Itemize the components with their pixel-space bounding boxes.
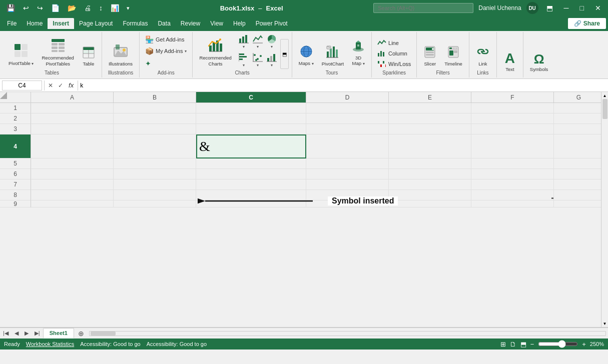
sparkline-winloss-button[interactable]: Win/Loss (375, 59, 413, 69)
cell-g4[interactable] (554, 134, 604, 158)
print-button[interactable]: 🖨 (82, 3, 94, 13)
cell-c7[interactable] (196, 180, 306, 190)
cell-f2[interactable] (471, 114, 554, 124)
cell-c4[interactable]: & (196, 134, 306, 158)
row-header-6[interactable]: 6 (0, 169, 31, 180)
save-button[interactable]: 💾 (4, 3, 18, 13)
slicer-button[interactable]: Slicer (420, 43, 440, 69)
close-button[interactable]: ✕ (592, 3, 604, 13)
cell-a1[interactable] (31, 103, 114, 114)
col-header-f[interactable]: F (471, 92, 554, 102)
tab-home[interactable]: Home (22, 18, 48, 29)
maps-button[interactable]: Maps ▾ (295, 42, 317, 69)
cell-e2[interactable] (389, 114, 471, 124)
cell-g1[interactable] (554, 103, 604, 114)
cell-f6[interactable] (471, 169, 554, 180)
row-header-2[interactable]: 2 (0, 114, 31, 124)
line-chart-button[interactable]: ▾ (251, 33, 264, 50)
cell-a5[interactable] (31, 158, 114, 169)
my-add-ins-button[interactable]: 📦 My Add-ins ▾ (143, 46, 189, 56)
cell-f8[interactable]: ✛ (471, 190, 554, 200)
cell-f4[interactable] (471, 134, 554, 158)
cell-g5[interactable] (554, 158, 604, 169)
cell-a8[interactable] (31, 190, 114, 200)
recommended-charts-button[interactable]: RecommendedCharts (196, 36, 235, 69)
tab-page-layout[interactable]: Page Layout (74, 18, 118, 29)
cell-e3[interactable] (389, 124, 471, 134)
waterfall-chart-button[interactable]: ▾ (265, 52, 278, 69)
cell-b3[interactable] (114, 124, 196, 134)
cell-d9[interactable] (306, 200, 389, 208)
sheet-tab-sheet1[interactable]: Sheet1 (43, 328, 74, 338)
col-header-d[interactable]: D (306, 92, 389, 102)
zoom-slider[interactable] (538, 340, 578, 348)
cell-a7[interactable] (31, 180, 114, 190)
cell-d2[interactable] (306, 114, 389, 124)
timeline-button[interactable]: Timeline (441, 43, 466, 69)
tab-insert[interactable]: Insert (48, 18, 74, 29)
h-scroll-track[interactable] (89, 331, 606, 336)
cell-a3[interactable] (31, 124, 114, 134)
cell-b6[interactable] (114, 169, 196, 180)
cell-b7[interactable] (114, 180, 196, 190)
cell-e1[interactable] (389, 103, 471, 114)
row-header-1[interactable]: 1 (0, 103, 31, 114)
col-header-b[interactable]: B (114, 92, 196, 102)
cell-c6[interactable] (196, 169, 306, 180)
cell-d7[interactable] (306, 180, 389, 190)
cell-d3[interactable] (306, 124, 389, 134)
cell-c5[interactable] (196, 158, 306, 169)
cell-c8[interactable] (196, 190, 306, 200)
normal-view-button[interactable]: ⊞ (500, 340, 506, 348)
illustrations-button[interactable]: Illustrations (105, 41, 136, 69)
sheet-nav-next-button[interactable]: ▶ (22, 330, 32, 336)
link-button[interactable]: Link (472, 43, 493, 69)
cell-e6[interactable] (389, 169, 471, 180)
col-header-a[interactable]: A (31, 92, 114, 102)
symbols-button[interactable]: Ω Symbols (526, 50, 551, 74)
cell-e4[interactable] (389, 134, 471, 158)
cell-e5[interactable] (389, 158, 471, 169)
bar-chart-button[interactable]: ▾ (237, 52, 250, 69)
page-layout-view-button[interactable]: 🗋 (510, 340, 516, 348)
search-input[interactable] (373, 3, 473, 13)
cell-name-box[interactable] (2, 80, 42, 90)
cell-a9[interactable] (31, 200, 114, 208)
table-button[interactable]: Table (79, 44, 99, 69)
cell-b2[interactable] (114, 114, 196, 124)
cell-e8[interactable] (389, 190, 471, 200)
cell-a2[interactable] (31, 114, 114, 124)
cell-c3[interactable] (196, 124, 306, 134)
add-ins-extra-button[interactable]: ✦ (143, 58, 189, 69)
cell-e9[interactable] (389, 200, 471, 208)
share-button[interactable]: 🔗 Share (568, 18, 606, 29)
sheet-nav-last-button[interactable]: ▶| (32, 330, 43, 336)
cell-g9[interactable] (554, 200, 604, 208)
text-button[interactable]: A Text (500, 49, 520, 74)
undo-button[interactable]: ↩ (21, 3, 32, 13)
cell-b4[interactable] (114, 134, 196, 158)
col-header-c[interactable]: C (196, 92, 306, 102)
formula-input[interactable] (80, 82, 606, 89)
sheet-nav-prev-button[interactable]: ◀ (12, 330, 22, 336)
pivot-table-button[interactable]: PivotTable ▾ (5, 41, 37, 69)
cell-g2[interactable] (554, 114, 604, 124)
cancel-formula-button[interactable]: ✕ (47, 82, 55, 89)
tab-view[interactable]: View (205, 18, 228, 29)
col-header-g[interactable]: G (554, 92, 604, 102)
scatter-chart-button[interactable]: ▾ (251, 52, 264, 69)
pivot-chart-button[interactable]: PivotChart (318, 43, 347, 69)
open-file-button[interactable]: 📂 (65, 3, 79, 13)
tab-review[interactable]: Review (176, 18, 205, 29)
cell-c2[interactable] (196, 114, 306, 124)
ribbon-display-button[interactable]: ⬒ (543, 3, 556, 13)
cell-c1[interactable] (196, 103, 306, 114)
col-header-e[interactable]: E (389, 92, 471, 102)
confirm-formula-button[interactable]: ✓ (57, 82, 65, 89)
scroll-up-button[interactable]: ▲ (601, 92, 608, 99)
zoom-out-button[interactable]: − (530, 340, 534, 348)
get-add-ins-button[interactable]: 🏪 Get Add-ins (143, 34, 189, 45)
cell-e7[interactable] (389, 180, 471, 190)
cell-g8[interactable] (554, 190, 604, 200)
row-header-4[interactable]: 4 (0, 134, 31, 158)
